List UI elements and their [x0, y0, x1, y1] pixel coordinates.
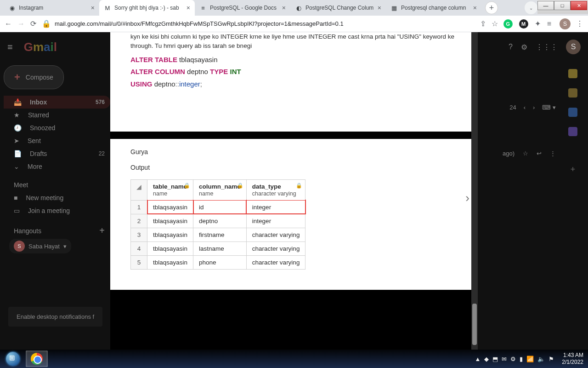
taskbar-chrome-button[interactable] — [26, 351, 48, 367]
table-row[interactable]: 1tblaqsayasinidinteger — [131, 200, 305, 214]
table-row[interactable]: 2tblaqsayasindeptnointeger — [131, 214, 305, 228]
table-cell: tblaqsayasin — [147, 200, 193, 214]
scrollbar-thumb[interactable] — [472, 304, 477, 345]
tray-icon[interactable]: ▮ — [520, 356, 523, 362]
back-button[interactable]: ← — [5, 20, 12, 28]
sidebar-item-snoozed[interactable]: 🕘Snoozed — [4, 121, 110, 134]
sidebar-item-inbox[interactable]: 📥Inbox576 — [4, 96, 110, 109]
tray-icon[interactable]: ⬒ — [492, 356, 498, 362]
main-menu-icon[interactable]: ≡ — [7, 42, 13, 52]
next-page-arrow[interactable]: › — [465, 191, 469, 205]
compose-label: Compose — [26, 74, 53, 81]
chrome-icon — [31, 353, 43, 365]
new-tab-button[interactable]: + — [485, 1, 498, 14]
sidebar-item-sent[interactable]: ➤Sent — [4, 134, 110, 147]
browser-tab[interactable]: ◐PostgreSQL Change Colum× — [290, 0, 386, 16]
tray-icon[interactable]: ⚑ — [548, 356, 554, 362]
contacts-icon[interactable] — [568, 127, 577, 136]
address-bar[interactable]: 🔒 mail.google.com/mail/u/0/#inbox/FMfcgz… — [42, 19, 475, 28]
table-cell: tblaqsayasin — [147, 228, 193, 242]
sidebar-item-starred[interactable]: ★Starred — [4, 109, 110, 121]
table-cell: deptno — [193, 214, 247, 228]
join-meeting-button[interactable]: ▭Join a meeting — [4, 204, 110, 217]
chrome-profile-avatar[interactable]: S — [560, 18, 571, 29]
tasks-icon[interactable] — [568, 108, 577, 117]
sidebar-count: 576 — [96, 99, 105, 105]
close-tab-icon[interactable]: × — [282, 4, 286, 12]
table-row[interactable]: 5tblaqsayasinphonecharacter varying — [131, 255, 305, 269]
browser-tab[interactable]: MSorry ghlt bhj diya :-) - sab× — [99, 0, 195, 16]
windows-orb-icon — [6, 352, 20, 366]
tray-icon[interactable]: ⚙ — [510, 356, 516, 362]
browser-tab[interactable]: ◉Instagram× — [4, 0, 99, 16]
sidebar-item-drafts[interactable]: 📄Drafts22 — [4, 147, 110, 160]
column-header[interactable]: table_namename🔒 — [147, 179, 193, 200]
tab-favicon: ◉ — [8, 4, 16, 12]
input-tools-icon[interactable]: ⌨ ▾ — [542, 104, 556, 111]
compose-button[interactable]: + Compose — [4, 65, 64, 89]
settings-gear-icon[interactable]: ⚙ — [521, 43, 527, 52]
chrome-profile-button[interactable]: ⌄ — [525, 1, 537, 14]
maximize-button[interactable]: □ — [554, 1, 571, 10]
tray-icon[interactable]: ◆ — [484, 356, 489, 362]
share-icon[interactable]: ⇪ — [480, 19, 486, 28]
desktop-notifications-prompt[interactable]: Enable desktop notifications f — [8, 307, 102, 327]
tray-icon[interactable]: 🔈 — [537, 356, 545, 362]
document-page-2: Gurya Output ◢table_namename🔒column_name… — [110, 139, 478, 290]
extension-icon[interactable]: G — [503, 19, 513, 29]
browser-tab[interactable]: ▦Postgresql change column× — [386, 0, 481, 16]
reply-icon[interactable]: ↩ — [537, 150, 542, 157]
tray-icon[interactable]: 📶 — [526, 356, 534, 362]
reload-button[interactable]: ⟳ — [30, 19, 36, 28]
extensions-group: G M ✦ ≡ — [503, 19, 551, 29]
reading-list-icon[interactable]: ≡ — [547, 20, 551, 28]
table-cell: integer — [246, 214, 305, 228]
extensions-puzzle-icon[interactable]: ✦ — [535, 19, 541, 28]
chrome-menu-icon[interactable]: ⋮ — [576, 19, 583, 28]
calendar-icon[interactable] — [568, 69, 577, 78]
sidebar-icon: 📄 — [14, 150, 22, 157]
start-button[interactable] — [2, 351, 24, 367]
close-tab-icon[interactable]: × — [473, 4, 477, 12]
taskbar-clock[interactable]: 1:43 AM 2/1/2022 — [562, 352, 583, 366]
tray-icon[interactable]: ✉ — [502, 356, 507, 362]
tray-icon[interactable]: ▲ — [475, 356, 481, 362]
hangouts-avatar: S — [14, 241, 25, 252]
column-header[interactable]: column_namename🔒 — [193, 179, 247, 200]
viewer-scrollbar[interactable] — [471, 32, 478, 350]
output-heading: Output — [130, 164, 458, 171]
browser-tab[interactable]: ≡PostgreSQL - Google Docs× — [195, 0, 290, 16]
table-row[interactable]: 4tblaqsayasinlastnamecharacter varying — [131, 242, 305, 255]
table-row[interactable]: 3tblaqsayasinfirstnamecharacter varying — [131, 228, 305, 242]
star-message-icon[interactable]: ☆ — [523, 150, 528, 157]
prev-page-button[interactable]: ‹ — [524, 104, 526, 111]
account-avatar[interactable]: S — [566, 40, 581, 54]
google-apps-icon[interactable]: ⋮⋮⋮ — [536, 43, 558, 52]
help-icon[interactable]: ? — [509, 43, 513, 51]
row-number: 1 — [131, 200, 147, 214]
add-hangout-icon[interactable]: + — [99, 225, 110, 236]
sql-code-block: ALTER TABLE tblaqsayasin ALTER COLUMN de… — [130, 54, 458, 90]
output-table: ◢table_namename🔒column_namename🔒data_typ… — [130, 179, 305, 270]
next-page-button[interactable]: › — [533, 104, 535, 111]
extension-icon[interactable]: M — [519, 19, 528, 29]
close-window-button[interactable]: ✕ — [571, 1, 587, 10]
close-tab-icon[interactable]: × — [378, 4, 381, 12]
close-tab-icon[interactable]: × — [187, 4, 190, 12]
add-panel-icon[interactable]: + — [571, 165, 576, 174]
close-tab-icon[interactable]: × — [91, 4, 95, 12]
sidebar-item-more[interactable]: ⌄More — [4, 160, 110, 173]
minimize-button[interactable]: — — [537, 1, 554, 10]
url-text: mail.google.com/mail/u/0/#inbox/FMfcgzGm… — [55, 20, 344, 27]
keep-icon[interactable] — [568, 88, 577, 98]
bookmark-star-icon[interactable]: ☆ — [492, 19, 498, 28]
row-number: 4 — [131, 242, 147, 255]
hangouts-user-chip[interactable]: S Saba Hayat ▾ — [9, 239, 71, 253]
more-actions-icon[interactable]: ⋮ — [550, 150, 556, 157]
column-header[interactable]: data_typecharacter varying🔒 — [246, 179, 305, 200]
page-count: 24 — [509, 104, 516, 111]
gmail-logo[interactable]: Gmail — [24, 40, 57, 54]
table-cell: character varying — [246, 228, 305, 242]
window-controls: — □ ✕ — [537, 0, 588, 14]
new-meeting-button[interactable]: ■New meeting — [4, 191, 110, 204]
